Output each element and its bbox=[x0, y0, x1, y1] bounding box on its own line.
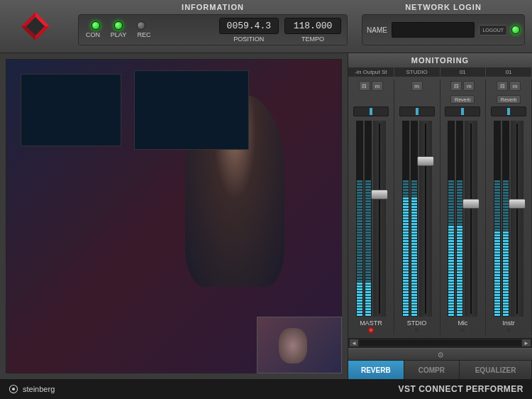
tab-compressor[interactable]: COMPR bbox=[404, 361, 460, 379]
solo-button[interactable]: ⊟ bbox=[497, 81, 508, 91]
pan-slider[interactable] bbox=[491, 106, 526, 116]
channel-strip: ⊟mReverbInstr bbox=[486, 80, 532, 335]
channel-strip: ⊟mReverbMic bbox=[440, 80, 487, 335]
header-ch2: 01 bbox=[486, 67, 532, 77]
video-self-thumbnail[interactable] bbox=[257, 317, 342, 373]
tab-reverb[interactable]: REVERB bbox=[348, 361, 404, 379]
header-studio: STUDIO bbox=[394, 67, 440, 77]
connection-led bbox=[511, 26, 520, 34]
video-area bbox=[0, 53, 348, 379]
con-led bbox=[92, 21, 100, 30]
network-login-panel: NETWORK LOGIN NAME LOGOUT bbox=[355, 0, 532, 53]
record-arm-indicator[interactable] bbox=[369, 328, 373, 332]
level-meter bbox=[356, 121, 363, 317]
channel-strip: ⊟mMASTR bbox=[348, 80, 394, 335]
record-arm-indicator[interactable] bbox=[460, 328, 465, 332]
volume-fader[interactable] bbox=[373, 121, 386, 317]
channel-name: STDIO bbox=[407, 317, 427, 328]
info-title: INFORMATION bbox=[78, 3, 348, 11]
bottom-bar: steinberg VST CONNECT PERFORMER bbox=[0, 379, 532, 399]
top-bar: INFORMATION CON PLAY REC 005 bbox=[0, 0, 532, 53]
tempo-display: 118.000 bbox=[284, 18, 341, 34]
level-meter bbox=[365, 121, 372, 317]
svg-point-1 bbox=[12, 388, 15, 390]
position-label: POSITION bbox=[233, 35, 264, 43]
pan-slider[interactable] bbox=[353, 106, 389, 116]
rec-label: REC bbox=[135, 31, 153, 38]
mute-button[interactable]: m bbox=[509, 81, 521, 91]
fx-tabs: REVERB COMPR EQUALIZER bbox=[348, 361, 532, 379]
channel-scrollbar[interactable]: ◄ ► bbox=[348, 338, 532, 348]
record-arm-indicator[interactable] bbox=[415, 328, 419, 332]
reverb-send-button[interactable]: Reverb bbox=[450, 95, 475, 104]
brand: steinberg bbox=[9, 384, 55, 394]
monitoring-panel: MONITORING -In Output St STUDIO 01 01 ⊟m… bbox=[348, 53, 532, 379]
mute-button[interactable]: m bbox=[372, 81, 383, 91]
level-meter bbox=[456, 121, 463, 317]
volume-fader[interactable] bbox=[419, 121, 432, 317]
name-input[interactable] bbox=[392, 22, 475, 38]
pan-slider[interactable] bbox=[445, 106, 480, 116]
product-name: VST CONNECT PERFORMER bbox=[398, 384, 523, 394]
level-meter bbox=[402, 121, 409, 317]
record-arm-indicator[interactable] bbox=[506, 328, 511, 332]
pan-slider[interactable] bbox=[399, 106, 435, 116]
level-meter bbox=[502, 121, 509, 317]
channel-name: MASTR bbox=[360, 317, 382, 328]
level-meter bbox=[411, 121, 418, 317]
position-display: 0059.4.3 bbox=[219, 18, 279, 34]
login-title: NETWORK LOGIN bbox=[362, 3, 525, 11]
mute-button[interactable]: m bbox=[411, 81, 423, 91]
tab-equalizer[interactable]: EQUALIZER bbox=[460, 361, 532, 379]
level-meter bbox=[448, 121, 455, 317]
volume-fader[interactable] bbox=[465, 121, 477, 317]
con-label: CON bbox=[84, 31, 101, 38]
mute-button[interactable]: m bbox=[463, 81, 475, 91]
play-label: PLAY bbox=[110, 31, 127, 38]
brand-label: steinberg bbox=[23, 385, 55, 393]
rec-led bbox=[137, 21, 145, 30]
name-label: NAME bbox=[367, 26, 387, 34]
scroll-left-icon[interactable]: ◄ bbox=[350, 339, 358, 346]
logout-button[interactable]: LOGOUT bbox=[479, 25, 507, 35]
tempo-label: TEMPO bbox=[301, 35, 324, 43]
play-led bbox=[114, 21, 123, 30]
chevron-up-icon: ⊙ bbox=[438, 351, 443, 359]
volume-fader[interactable] bbox=[511, 121, 523, 317]
scroll-right-icon[interactable]: ► bbox=[522, 339, 531, 346]
app-logo bbox=[0, 0, 71, 53]
channel-headers: -In Output St STUDIO 01 01 bbox=[348, 67, 532, 77]
channel-name: Instr bbox=[502, 317, 515, 328]
header-ch1: 01 bbox=[440, 67, 487, 77]
reverb-send-button[interactable]: Reverb bbox=[497, 95, 521, 104]
expand-fx-button[interactable]: ⊙ bbox=[348, 348, 532, 361]
steinberg-icon bbox=[9, 384, 18, 394]
level-meter bbox=[494, 121, 501, 317]
information-panel: INFORMATION CON PLAY REC 005 bbox=[71, 0, 355, 53]
solo-button[interactable]: ⊟ bbox=[359, 81, 370, 91]
monitoring-title: MONITORING bbox=[348, 53, 532, 67]
header-output: -In Output St bbox=[348, 67, 394, 77]
channel-strip: mSTDIO bbox=[394, 80, 440, 335]
mixer: ⊟mMASTRmSTDIO⊟mReverbMic⊟mReverbInstr bbox=[348, 77, 532, 338]
diamond-logo-icon bbox=[18, 9, 53, 44]
channel-name: Mic bbox=[458, 317, 467, 328]
solo-button[interactable]: ⊟ bbox=[450, 81, 462, 91]
